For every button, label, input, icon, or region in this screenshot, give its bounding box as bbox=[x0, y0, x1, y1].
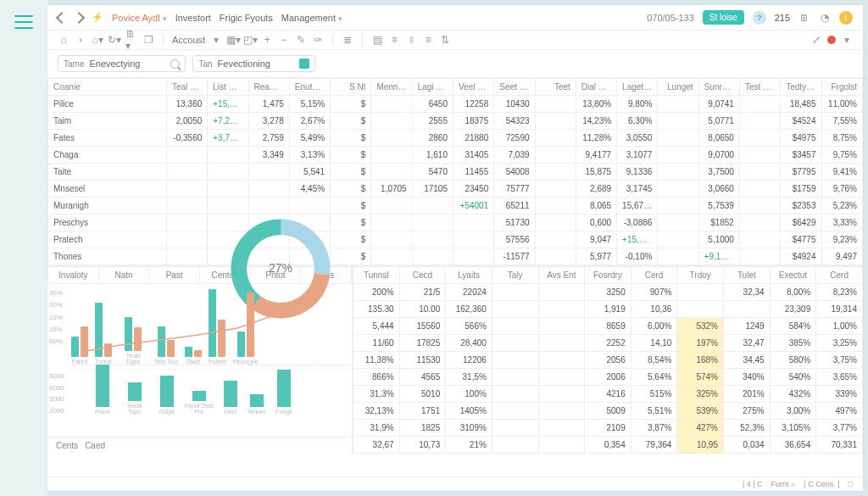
table-row[interactable]: 866%456531,5%20065,64%574%340%540%3,65% bbox=[353, 369, 863, 386]
flag-us-icon[interactable]: ▤ bbox=[371, 34, 383, 46]
col-header[interactable]: Cerd bbox=[816, 267, 863, 284]
list-icon[interactable]: ≣ bbox=[342, 34, 353, 46]
dash-icon[interactable]: − bbox=[278, 34, 290, 46]
table-row[interactable]: 32,6710,7321%0,35479,36410,950,03436,654… bbox=[353, 437, 863, 454]
col-header[interactable]: Fosrdry bbox=[585, 267, 632, 284]
search-box-1[interactable]: Tame bbox=[58, 55, 186, 72]
chevron-down-icon[interactable]: ▾ bbox=[210, 34, 222, 46]
col-header[interactable]: Taly bbox=[492, 267, 538, 284]
footer-1[interactable]: Fornt = bbox=[771, 480, 796, 488]
table-row[interactable]: 5,44415560566%86596,00%532%1249584%1,00% bbox=[353, 318, 863, 335]
col-header[interactable]: Seet Dart bbox=[494, 79, 535, 96]
col-header[interactable]: Reamies Teal bbox=[248, 79, 289, 96]
col-header[interactable]: Mennnce bbox=[371, 79, 412, 96]
chart-icon[interactable]: ⫴ bbox=[405, 34, 417, 46]
table-row[interactable]: 11,38%115301220620568,54%168%34,45580%3,… bbox=[353, 352, 863, 369]
table-row[interactable]: Fates-0,3560+3,785%2,7595,49%$2860218807… bbox=[48, 130, 863, 147]
table-row[interactable]: Mnsesel4,45%$1,07051710523450757772,6893… bbox=[48, 181, 863, 198]
search-input-2[interactable] bbox=[218, 59, 294, 69]
home2-icon[interactable]: ⌂▾ bbox=[92, 34, 103, 46]
chart-col-header: Past bbox=[149, 267, 200, 284]
col-header[interactable]: Trdoy bbox=[677, 267, 724, 284]
table-row[interactable]: 135.3010.00162,3601,91910,3623,30919,314 bbox=[353, 301, 863, 318]
table-row[interactable]: Pilice13,360+15,6561,4755,15%$6450122581… bbox=[48, 96, 863, 113]
col-header[interactable]: Teal Seret bbox=[167, 79, 208, 96]
table-row[interactable]: Taite5,541$5470114555400815,8759,13363,7… bbox=[48, 164, 863, 181]
table-row[interactable]: 32,13%17511405%50095,51%539%275%3,00%497… bbox=[353, 403, 863, 420]
col-header[interactable]: Frgolst bbox=[821, 79, 863, 96]
col-header[interactable]: Tunnsl bbox=[353, 267, 400, 284]
table-row[interactable]: 31,9%18253109%21093,87%427%52,3%3,105%3,… bbox=[353, 420, 863, 437]
grid-icon[interactable]: ▦▾ bbox=[227, 34, 239, 46]
help-icon[interactable]: ? bbox=[753, 11, 766, 25]
col-header[interactable]: Lagets Mr bbox=[617, 79, 658, 96]
col-header[interactable]: Coanie bbox=[48, 79, 167, 96]
breadcrumb-3[interactable]: Management bbox=[281, 13, 342, 23]
filter-icon[interactable]: ≡ bbox=[422, 34, 434, 46]
col-header[interactable]: Lagi Aut bbox=[412, 79, 453, 96]
record-icon[interactable] bbox=[827, 36, 836, 44]
col-header[interactable]: Teet bbox=[535, 79, 576, 96]
chevron-down2-icon[interactable]: ▾ bbox=[841, 34, 853, 46]
bottom-section: InvalotyNatnPastCentshPntotFnts 36%30%22… bbox=[47, 265, 863, 454]
breadcrumb-2[interactable]: Frigic Fyouts bbox=[220, 13, 273, 23]
status-bar: | 4 | C Fornt = | C Cens. | □ bbox=[47, 476, 863, 491]
copy-icon[interactable]: ❐ bbox=[142, 34, 154, 46]
col-header[interactable]: List Garel bbox=[208, 79, 248, 96]
col-header[interactable]: S NI bbox=[331, 79, 371, 96]
alert-icon[interactable]: ! bbox=[839, 11, 853, 25]
col-header[interactable]: Cerd bbox=[631, 267, 677, 284]
table-row[interactable]: Thones$-115775,977-0,10%+9,1727$49249,49… bbox=[48, 248, 863, 265]
left-rail bbox=[0, 0, 47, 496]
legend-label-1: Caed bbox=[85, 441, 105, 450]
table-row[interactable]: 31,3%5010100%4216515%325%201%432%339% bbox=[353, 386, 863, 403]
col-header[interactable]: Lyaits bbox=[446, 267, 492, 284]
plus-icon[interactable]: + bbox=[261, 34, 273, 46]
col-header[interactable]: Test Cart bbox=[739, 79, 780, 96]
col-header[interactable]: Cecd bbox=[399, 267, 446, 284]
col-header[interactable]: Tedty Isck bbox=[781, 79, 821, 96]
chart-col-header: Invaloty bbox=[48, 267, 99, 284]
status-pill[interactable]: St loise bbox=[703, 10, 744, 25]
account-label[interactable]: Accoust bbox=[172, 35, 205, 45]
col-header[interactable]: Veel Elak bbox=[453, 79, 493, 96]
sort-icon[interactable]: ⇅ bbox=[439, 34, 451, 46]
footer-0: | 4 | C bbox=[743, 480, 763, 488]
expand-icon[interactable]: ⤢ bbox=[810, 34, 822, 46]
col-header[interactable]: Tulet bbox=[724, 267, 771, 284]
chevron-right-icon[interactable]: › bbox=[75, 34, 86, 46]
table-row[interactable]: Chaga3,3493,13%$1,610314057,0399,41773,1… bbox=[48, 147, 863, 164]
page-icon[interactable]: ◰▾ bbox=[244, 34, 256, 46]
home-icon[interactable]: ⌂ bbox=[58, 34, 70, 46]
table-row[interactable]: Taim2,0050+7,265%3,2782,67%$255518375543… bbox=[48, 113, 863, 130]
note-icon[interactable]: ✑ bbox=[312, 34, 324, 46]
search-icon[interactable] bbox=[170, 59, 180, 69]
col-header[interactable]: Avs Ent bbox=[538, 267, 585, 284]
table-row[interactable]: Pratech$575569,047+15,06005,1000$47759,2… bbox=[48, 231, 863, 248]
table-row[interactable]: Preschys$517300,600-3,0886$1852$64293,33… bbox=[48, 215, 863, 231]
save-icon[interactable]: 🗎▾ bbox=[125, 34, 137, 46]
col-header[interactable]: Exectut bbox=[770, 267, 816, 284]
search-input-1[interactable] bbox=[89, 59, 165, 69]
nav-forward-icon[interactable] bbox=[73, 11, 85, 23]
col-header[interactable]: Lunget bbox=[658, 79, 698, 96]
col-header[interactable]: Enuty Deat bbox=[289, 79, 330, 96]
clock-icon[interactable]: ◔ bbox=[819, 12, 831, 24]
table-row[interactable]: 11/601782528,400225214,10197%32,47385%3,… bbox=[353, 335, 863, 352]
table-row[interactable]: Muranigh$+54001652118,06515,67115,7539$2… bbox=[48, 198, 863, 215]
col-header[interactable]: Dial Sask bbox=[576, 79, 616, 96]
tag-icon[interactable] bbox=[299, 59, 309, 69]
nav-back-icon[interactable] bbox=[56, 11, 68, 23]
breadcrumb-0[interactable]: Povice Aydl bbox=[112, 13, 167, 23]
table-row[interactable]: 200%21/5220243250907%32,348,00%8,23% bbox=[353, 284, 863, 301]
doc-icon[interactable]: 🗎 bbox=[798, 12, 810, 24]
align-icon[interactable]: ≡ bbox=[388, 34, 400, 46]
search-box-2[interactable]: Tan bbox=[192, 55, 314, 72]
col-header[interactable]: Sunree Of bbox=[698, 79, 739, 96]
pencil-icon[interactable]: ✎ bbox=[295, 34, 307, 46]
refresh-icon[interactable]: ↻▾ bbox=[108, 34, 120, 46]
footer-3[interactable]: □ bbox=[849, 480, 853, 488]
menu-icon[interactable] bbox=[14, 15, 33, 29]
footer-2[interactable]: | C Cens. | bbox=[804, 480, 839, 488]
breadcrumb-1[interactable]: Investort bbox=[175, 13, 211, 23]
